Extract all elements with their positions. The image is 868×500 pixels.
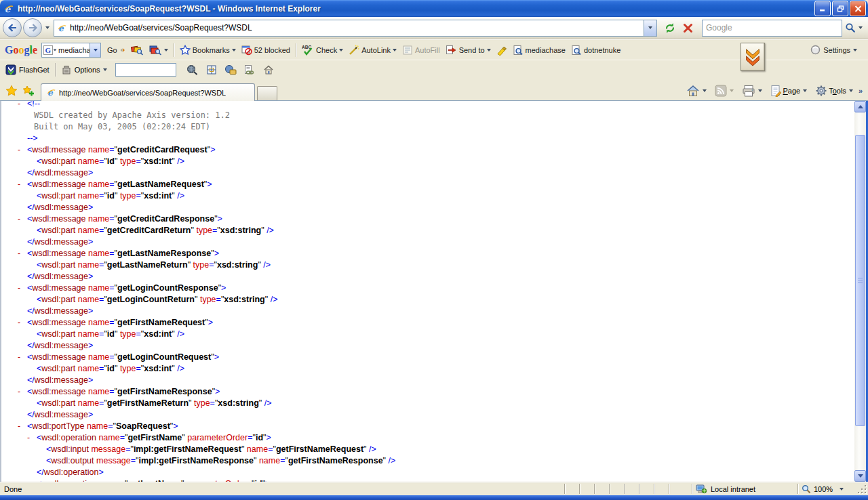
collapse-toggle[interactable]: - — [18, 421, 27, 432]
settings-button[interactable]: Settings — [810, 45, 857, 55]
toolbar-search-combo[interactable]: G mediachase — [41, 43, 101, 58]
flashget-input[interactable] — [115, 63, 176, 77]
xml-token: wsdl:message — [32, 387, 85, 396]
highlighter-button[interactable] — [494, 43, 510, 57]
xml-token: > — [88, 203, 93, 212]
collapse-toggle[interactable]: - — [18, 248, 27, 259]
send-to-caret[interactable] — [487, 49, 491, 51]
new-tab-stub[interactable] — [257, 86, 277, 100]
download-all-button[interactable] — [222, 62, 239, 77]
toolbar-search-value[interactable]: mediachase — [57, 46, 90, 54]
settings-caret[interactable] — [853, 49, 857, 51]
xml-token: </ — [27, 168, 35, 178]
address-dropdown-button[interactable] — [644, 20, 656, 36]
download-link-button[interactable] — [241, 62, 258, 77]
spellcheck-button[interactable]: ABC Check — [299, 43, 346, 57]
collapse-toggle[interactable]: - — [18, 352, 27, 363]
autolink-caret[interactable] — [393, 49, 397, 51]
page-caret[interactable] — [803, 89, 807, 92]
collapse-toggle[interactable]: - — [18, 101, 27, 110]
site-explorer-button[interactable] — [184, 62, 201, 77]
flashget-toolbar: FlashGet Options — [0, 60, 868, 79]
xml-token: > — [88, 237, 93, 247]
search-go-button[interactable] — [842, 19, 859, 37]
search-web-button[interactable] — [146, 43, 171, 57]
zoom-caret[interactable] — [840, 488, 844, 491]
search-box[interactable]: Google — [702, 20, 842, 37]
tools-menu-button[interactable]: Tools — [814, 84, 848, 98]
collapse-toggle[interactable]: - — [18, 317, 27, 329]
history-dropdown-caret[interactable] — [45, 26, 50, 29]
bookmarks-caret[interactable] — [232, 49, 236, 51]
options-label[interactable]: Options — [75, 66, 100, 74]
flashget-home-button[interactable] — [260, 62, 277, 77]
refresh-button[interactable] — [661, 19, 679, 37]
search-web-caret[interactable] — [164, 49, 168, 51]
back-button[interactable] — [3, 18, 22, 37]
collapse-toggle[interactable]: - — [27, 432, 37, 444]
address-url[interactable]: http://neo/WebGoat/services/SoapRequest?… — [70, 23, 644, 33]
xml-token: name — [78, 260, 99, 270]
popup-blocked-icon — [241, 45, 252, 56]
autolink-button[interactable]: AutoLink — [346, 43, 399, 57]
g-menu-caret[interactable] — [54, 49, 57, 51]
xml-line: </wsdl:operation> — [1, 467, 866, 478]
active-tab[interactable]: e http://neo/WebGoat/services/SoapReques… — [41, 83, 255, 101]
search-site-button[interactable] — [128, 43, 146, 57]
xml-token: parameterOrder — [186, 479, 247, 482]
scroll-thumb[interactable] — [855, 135, 865, 426]
print-caret[interactable] — [758, 89, 762, 92]
search-dropdown-caret[interactable] — [859, 26, 863, 29]
resize-grip[interactable] — [857, 482, 868, 495]
xml-token: wsdl:message — [35, 203, 88, 212]
xml-token: name — [78, 398, 99, 408]
collapse-toggle[interactable]: - — [18, 179, 27, 190]
combo-dropdown-button[interactable] — [90, 43, 100, 57]
feeds-button[interactable] — [713, 84, 728, 98]
options-caret[interactable] — [103, 68, 107, 71]
add-favorite-button[interactable] — [20, 82, 37, 99]
stop-button[interactable] — [679, 19, 696, 37]
autofill-label: AutoFill — [415, 46, 440, 54]
print-button[interactable] — [741, 84, 757, 98]
minimize-button[interactable] — [814, 1, 831, 16]
send-to-button[interactable]: Send to — [443, 43, 494, 57]
zoom-control[interactable]: 100% — [797, 484, 857, 494]
xml-token: </ — [27, 375, 35, 385]
collapse-toggle[interactable]: - — [18, 386, 27, 398]
check-caret[interactable] — [339, 49, 343, 51]
page-menu-button[interactable]: Page — [769, 84, 802, 98]
collapse-toggle[interactable]: - — [18, 213, 27, 225]
address-field[interactable]: e http://neo/WebGoat/services/SoapReques… — [54, 20, 657, 37]
xml-token: wsdl:part — [41, 398, 75, 408]
xml-token: impl:getFirstNameRequest — [134, 444, 241, 454]
xml-token: name — [87, 421, 108, 431]
xml-token: getCreditCardReturn — [107, 226, 191, 235]
xml-token: name — [88, 318, 109, 327]
scroll-up-button[interactable] — [854, 101, 866, 112]
overflow-chevron[interactable]: » — [859, 87, 863, 95]
collapse-toggle[interactable]: - — [18, 144, 27, 156]
go-button[interactable]: Go — [104, 45, 128, 56]
favorites-button[interactable] — [3, 82, 20, 99]
capture-button[interactable] — [203, 62, 220, 77]
close-button[interactable] — [850, 1, 866, 16]
tools-caret[interactable] — [849, 89, 853, 92]
bookmarks-button[interactable]: Bookmarks — [177, 43, 239, 57]
dotnetnuke-search-button[interactable]: dotnetnuke — [568, 43, 623, 57]
popup-blocker-button[interactable]: 52 blocked — [239, 43, 293, 57]
home-button[interactable] — [685, 84, 701, 98]
restore-button[interactable] — [832, 1, 848, 16]
scroll-down-button[interactable] — [854, 470, 866, 482]
xml-line: <wsdl:input message="impl:getFirstNameRe… — [1, 444, 866, 455]
flashget-label[interactable]: FlashGet — [19, 66, 50, 74]
home-caret[interactable] — [703, 89, 707, 92]
collapse-toggle[interactable]: - — [27, 478, 37, 482]
flashget-dropzone[interactable] — [741, 43, 765, 71]
vertical-scrollbar[interactable] — [854, 101, 866, 482]
autolink-label: AutoLink — [361, 46, 391, 54]
collapse-toggle[interactable]: - — [18, 283, 27, 294]
mediachase-search-button[interactable]: mediachase — [510, 43, 568, 57]
xml-line: </wsdl:message> — [1, 409, 866, 421]
forward-button[interactable] — [23, 18, 42, 37]
